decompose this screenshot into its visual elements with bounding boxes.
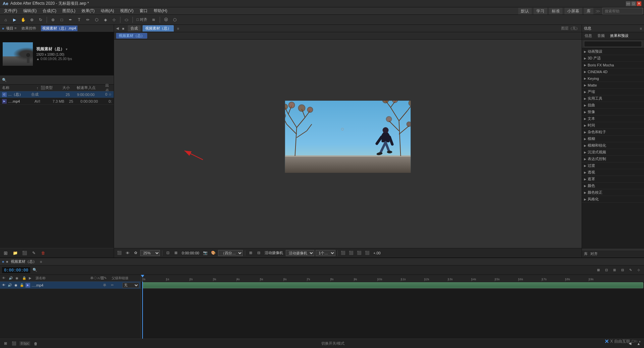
menu-comp[interactable]: 合成(C)	[40, 7, 59, 14]
eraser-tool[interactable]: ◈	[102, 16, 109, 23]
render4-btn[interactable]: ⬛	[364, 250, 371, 256]
timeline-btn1[interactable]: ⊠	[595, 267, 602, 274]
close-button[interactable]: ✕	[637, 1, 641, 6]
camera-tools[interactable]: ⦿	[162, 16, 170, 23]
effects-search-input[interactable]	[584, 41, 642, 47]
align-options[interactable]: ≋	[150, 16, 157, 23]
preview-quality-btn[interactable]: 👁	[124, 250, 131, 256]
effects-menu-icon[interactable]: ≡	[640, 27, 642, 31]
zoom-select[interactable]: 25% 50% 100%	[140, 250, 160, 256]
show-guides-btn[interactable]: ⊞	[247, 250, 254, 256]
library-tab[interactable]: 库	[584, 251, 588, 256]
home-button[interactable]: ⌂	[2, 16, 9, 23]
layer-eye-btn[interactable]: 👁	[1, 283, 6, 288]
menu-file[interactable]: 文件(F)	[1, 7, 20, 14]
layer-parent-select[interactable]: 无	[122, 283, 139, 288]
new-folder-button[interactable]: 📁	[11, 249, 19, 257]
effect-keying[interactable]: ▶ Keying	[582, 75, 644, 82]
stamp-tool[interactable]: ⬡	[93, 16, 100, 23]
grid-btn[interactable]: ⊟	[255, 250, 262, 256]
hand-tool[interactable]: ✋	[19, 16, 27, 23]
effect-keying2[interactable]: ▶ 抠像	[582, 109, 644, 115]
project-settings-button[interactable]: ⬛	[21, 249, 28, 257]
roto-tool[interactable]: ⬭	[123, 16, 130, 23]
timeline-layer-1[interactable]: 👁 🔊 ◉ 🔓 ▶ ….mp4 单 ✏ 无	[0, 282, 141, 289]
workspace-small-screen[interactable]: 小屏幕	[565, 8, 582, 14]
maximize-button[interactable]: □	[631, 1, 636, 6]
menu-layer[interactable]: 图层(L)	[60, 7, 78, 14]
search-input[interactable]	[602, 8, 643, 14]
effect-perspective[interactable]: ▶ 透视	[582, 169, 644, 176]
viewer-tab-comp[interactable]: 合成	[128, 25, 141, 32]
effect-mask[interactable]: ▶ 遮罩	[582, 176, 644, 183]
render-btn[interactable]: ⬛	[340, 250, 346, 256]
effect-distort[interactable]: ▶ 扭曲	[582, 102, 644, 109]
search-layer-btn[interactable]: 🔍	[32, 267, 38, 274]
views-select[interactable]: 1个…	[316, 250, 335, 256]
delete-button[interactable]: 🗑	[40, 249, 47, 257]
zoom-tool[interactable]: ⊕	[28, 16, 36, 23]
3d-tool[interactable]: ⬡	[171, 16, 178, 23]
project-item-video[interactable]: ▶ ….mp4 AVI 7.3 MB 25 0:00:00:00 0:	[0, 98, 114, 105]
effect-stylize[interactable]: ▶ 风格化	[582, 196, 644, 203]
puppet-tool[interactable]: ⊹	[110, 16, 118, 23]
effect-3d[interactable]: ▶ 3D 产适	[582, 55, 644, 62]
timeline-menu-icon[interactable]: ≡	[40, 260, 42, 264]
project-item-comp[interactable]: C …（总） 合成 25 9:00:00:00 0 ☆	[0, 91, 114, 98]
effect-cinema4d[interactable]: ▶ CINEMA 4D	[582, 68, 644, 75]
menu-edit[interactable]: 编辑(E)	[20, 7, 39, 14]
effect-time[interactable]: ▶ 时间	[582, 122, 644, 129]
track-row-1[interactable]	[141, 282, 644, 289]
tl-delete-btn[interactable]: 🗑	[32, 340, 39, 347]
channels-select[interactable]: （四分…	[218, 250, 243, 256]
text-tool[interactable]: T	[75, 16, 83, 23]
viewer-content[interactable]	[114, 40, 582, 248]
search-button[interactable]: ✎	[30, 249, 38, 257]
viewer-tab-footage[interactable]: 视频素材（总）	[143, 25, 174, 32]
effect-strict[interactable]: ▶ 严缩	[582, 89, 644, 95]
timecode-field[interactable]: 0:00:00:00	[2, 267, 30, 273]
rotate-tool[interactable]: ↻	[37, 16, 44, 23]
effect-matte[interactable]: ▶ Matte	[582, 82, 644, 89]
effects-presets-tab[interactable]: 效果和预设	[607, 32, 631, 39]
preview-mode-btn[interactable]: ✿	[132, 250, 139, 256]
menu-animation[interactable]: 动画(A)	[98, 7, 117, 14]
toggle-label[interactable]: 切换开关/模式	[321, 341, 344, 346]
effect-immersive[interactable]: ▶ 沉浸式视频	[582, 149, 644, 156]
timeline-btn6[interactable]: ⊹	[635, 267, 642, 274]
info-panel-tab[interactable]: 信息	[582, 32, 595, 39]
camera-select[interactable]: 活动摄像机	[286, 250, 314, 256]
menu-window[interactable]: 窗口	[137, 7, 150, 14]
info-tab[interactable]: 信息	[584, 26, 591, 31]
workspace-default[interactable]: 默认	[518, 8, 532, 14]
layer-solo-btn[interactable]: ◉	[13, 283, 18, 288]
timeline-btn2[interactable]: ⊡	[603, 267, 610, 274]
timeline-btn4[interactable]: ⊟	[619, 267, 626, 274]
color-btn[interactable]: 🎨	[210, 250, 217, 256]
tl-footer-btn1[interactable]: ⊞	[2, 340, 9, 347]
layer-lock-btn[interactable]: 🔓	[19, 283, 24, 288]
effect-blur-sharpen[interactable]: ▶ 模糊和锐化	[582, 142, 644, 149]
effect-noise[interactable]: ▶ 杂色和粒子	[582, 129, 644, 136]
brush-tool[interactable]: ✏	[84, 16, 92, 23]
workspace-learn[interactable]: 学习	[534, 8, 547, 14]
menu-effects[interactable]: 效果(T)	[79, 7, 97, 14]
pen-tool[interactable]: ✒	[67, 16, 74, 23]
align-tab[interactable]: 对齐	[590, 251, 598, 256]
project-search-input[interactable]	[8, 77, 112, 83]
layer-audio-btn[interactable]: 🔊	[7, 283, 12, 288]
effect-text[interactable]: ▶ 文本	[582, 115, 644, 122]
workspace-standard[interactable]: 标准	[549, 8, 562, 14]
workspace-library[interactable]: 库	[584, 8, 593, 14]
tl-footer-btn2[interactable]: ⬛	[11, 340, 17, 347]
effect-animation-presets[interactable]: ▶ 动画预设	[582, 48, 644, 55]
menu-view[interactable]: 视图(V)	[117, 7, 136, 14]
select-tool[interactable]: ▶	[11, 16, 18, 23]
effect-color[interactable]: ▶ 颜色	[582, 183, 644, 189]
effects-control-tab[interactable]: 效果控件	[21, 26, 36, 31]
timeline-btn5[interactable]: ✎	[627, 267, 634, 274]
fit-height-btn[interactable]: ⊠	[172, 250, 179, 256]
effect-color-correction[interactable]: ▶ 颜色校正	[582, 189, 644, 196]
footage-tab-active[interactable]: 视频素材（总）	[116, 33, 147, 39]
effect-utility[interactable]: ▶ 实用工具	[582, 95, 644, 102]
